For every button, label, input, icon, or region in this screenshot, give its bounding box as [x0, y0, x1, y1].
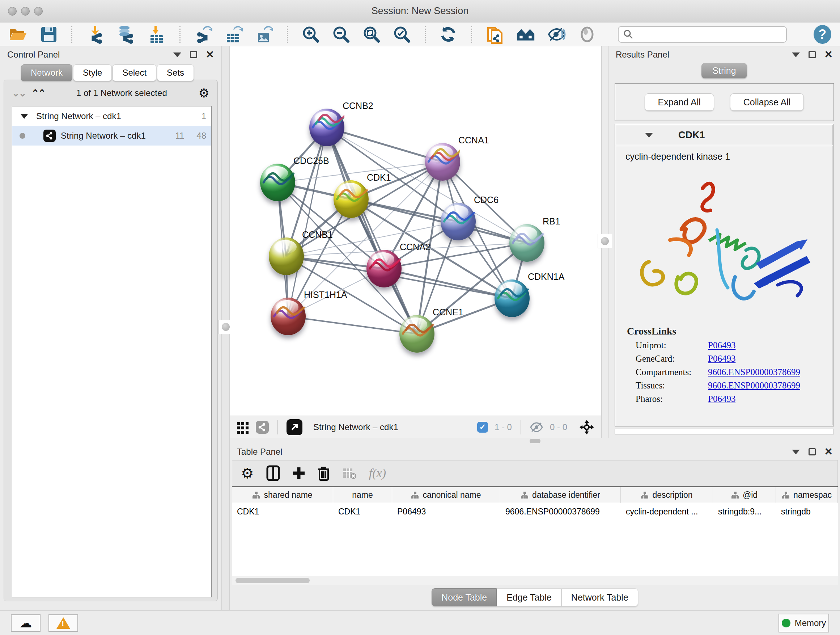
close-window-button[interactable] — [8, 7, 17, 16]
tab-style[interactable]: Style — [73, 65, 112, 81]
minimize-window-button[interactable] — [21, 7, 30, 16]
zoom-selected-button[interactable] — [393, 25, 411, 44]
network-edge[interactable] — [351, 199, 527, 243]
table-cell[interactable]: stringdb:9... — [713, 503, 776, 520]
right-splitter-handle[interactable] — [598, 234, 612, 249]
zoom-out-button[interactable] — [332, 25, 350, 44]
birds-eye-view-icon[interactable] — [236, 421, 249, 434]
crosslink-link[interactable]: P06493 — [708, 340, 736, 350]
tab-sets[interactable]: Sets — [157, 65, 194, 81]
selected-items-checkbox[interactable]: ✓ — [477, 422, 488, 432]
panel-close-icon[interactable]: ✕ — [824, 50, 833, 60]
network-collection-row[interactable]: String Network – cdk1 1 — [12, 106, 211, 126]
search-box[interactable] — [618, 26, 787, 43]
results-scroll-strip[interactable] — [615, 429, 834, 434]
tab-network[interactable]: Network — [21, 65, 73, 81]
table-cell[interactable]: CDK1 — [333, 503, 392, 520]
import-network-file-button[interactable] — [86, 25, 104, 44]
crosslink-link[interactable]: 9606.ENSP00000378699 — [708, 380, 800, 391]
network-node-ccnb1[interactable] — [269, 238, 304, 275]
import-table-button[interactable] — [148, 25, 165, 44]
import-network-database-button[interactable] — [117, 25, 135, 44]
table-cell[interactable]: stringdb — [776, 503, 838, 520]
right-splitter[interactable] — [601, 46, 608, 438]
open-session-button[interactable] — [9, 25, 27, 44]
column-header[interactable]: name — [333, 487, 392, 503]
gray-eye-icon-button[interactable] — [578, 25, 596, 44]
network-node-cdc25b[interactable] — [260, 164, 295, 201]
warnings-button[interactable] — [49, 614, 78, 632]
eye-waves-icon-button[interactable] — [547, 25, 566, 44]
network-node-ccna1[interactable] — [425, 143, 460, 181]
show-columns-icon[interactable] — [266, 465, 280, 481]
export-table-button[interactable] — [225, 25, 243, 44]
network-edge[interactable] — [288, 317, 417, 334]
horizontal-splitter-handle[interactable] — [530, 439, 540, 443]
column-header[interactable]: description — [621, 487, 713, 503]
hidden-items-eye-icon[interactable] — [530, 421, 543, 433]
network-options-gear-icon[interactable]: ⚙ — [199, 86, 210, 100]
panel-close-icon[interactable]: ✕ — [206, 50, 214, 60]
help-button[interactable]: ? — [813, 25, 831, 44]
tab-node-table[interactable]: Node Table — [431, 588, 497, 606]
table-cell[interactable]: cyclin-dependent ... — [621, 503, 713, 520]
network-canvas[interactable]: CCNB2CCNA1CDC25BCDK1CDC6RB1CCNB1CCNA2CDK… — [230, 46, 601, 416]
zoom-window-button[interactable] — [34, 7, 43, 16]
network-node-ccna2[interactable] — [366, 250, 401, 287]
panel-float-icon[interactable] — [808, 448, 816, 455]
panel-close-icon[interactable]: ✕ — [824, 447, 833, 457]
memory-button[interactable]: Memory — [778, 614, 829, 632]
collapse-all-button[interactable]: Collapse All — [730, 93, 804, 111]
column-header[interactable]: namespac — [776, 487, 838, 503]
panel-collapse-icon[interactable] — [792, 450, 800, 454]
network-node-rb1[interactable] — [509, 224, 545, 262]
crosslink-link[interactable]: 9606.ENSP00000378699 — [708, 367, 800, 377]
column-header[interactable]: shared name — [232, 487, 333, 503]
panel-collapse-icon[interactable] — [792, 52, 800, 57]
export-network-button[interactable] — [194, 25, 212, 44]
string-document-button[interactable] — [486, 25, 504, 44]
save-session-button[interactable] — [40, 25, 57, 44]
scrollbar-thumb[interactable] — [235, 578, 309, 583]
network-node-ccnb2[interactable] — [309, 109, 344, 146]
crosslink-link[interactable]: P06493 — [708, 354, 736, 364]
left-splitter[interactable] — [221, 46, 230, 610]
network-node-hist1h1a[interactable] — [271, 298, 306, 335]
table-cell[interactable]: P06493 — [392, 503, 500, 520]
column-header[interactable]: canonical name — [392, 487, 500, 503]
horizontal-splitter[interactable] — [230, 438, 840, 443]
panel-float-icon[interactable] — [190, 51, 197, 58]
search-input[interactable] — [634, 29, 782, 40]
move-crosshair-icon[interactable] — [579, 419, 595, 435]
network-share-icon[interactable] — [256, 421, 269, 434]
houses-icon-button[interactable] — [516, 25, 535, 44]
collapse-all-networks-icon[interactable]: ⌄⌄ — [12, 88, 26, 99]
tab-string[interactable]: String — [701, 63, 747, 78]
panel-collapse-icon[interactable] — [173, 52, 181, 57]
protein-expander-icon[interactable] — [645, 133, 653, 138]
column-header[interactable]: database identifier — [500, 487, 621, 503]
apply-layout-button[interactable] — [439, 25, 457, 44]
export-image-button[interactable] — [255, 25, 273, 44]
table-row[interactable]: CDK1 CDK1 P06493 9606.ENSP00000378699 cy… — [232, 503, 838, 520]
network-node-cdc6[interactable] — [441, 203, 476, 241]
panel-float-icon[interactable] — [808, 51, 816, 58]
column-header[interactable]: @id — [713, 487, 776, 503]
table-cell[interactable]: CDK1 — [232, 503, 333, 520]
delete-column-trash-icon[interactable] — [317, 466, 330, 481]
zoom-fit-button[interactable] — [363, 25, 381, 44]
network-node-cdkn1a[interactable] — [494, 279, 530, 317]
external-link-icon[interactable] — [286, 419, 302, 435]
zoom-in-button[interactable] — [302, 25, 320, 44]
protein-header[interactable]: CDK1 — [616, 125, 833, 145]
network-node-cdk1[interactable] — [333, 180, 369, 218]
add-column-icon[interactable] — [292, 467, 305, 480]
table-horizontal-scrollbar[interactable] — [232, 576, 838, 585]
table-cell[interactable]: 9606.ENSP00000378699 — [500, 503, 621, 520]
cloud-status-button[interactable]: ☁ — [11, 614, 41, 632]
tab-edge-table[interactable]: Edge Table — [497, 588, 561, 606]
expand-all-button[interactable]: Expand All — [645, 93, 714, 111]
crosslink-link[interactable]: P06493 — [708, 394, 736, 404]
table-settings-gear-icon[interactable]: ⚙ — [241, 465, 254, 481]
tab-select[interactable]: Select — [112, 65, 156, 81]
